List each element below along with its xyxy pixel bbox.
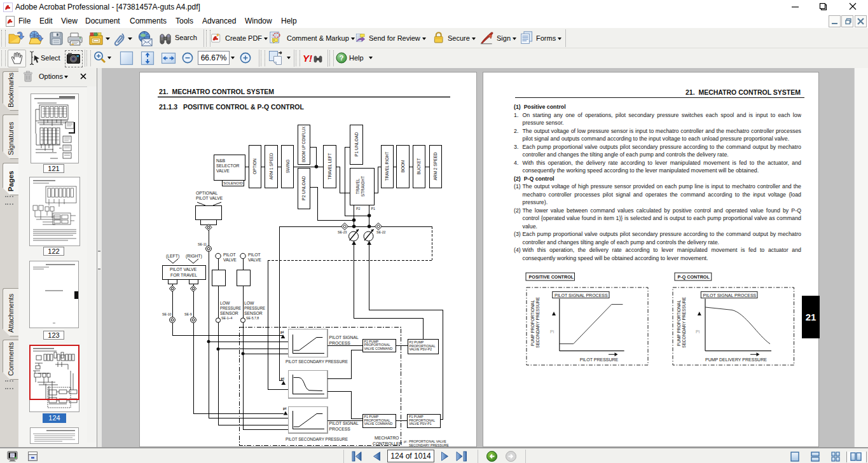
svg-text:SE-1~4: SE-1~4: [221, 316, 233, 320]
svg-text:BOOM UP CONFLUX: BOOM UP CONFLUX: [301, 126, 306, 162]
svg-text:SE-11: SE-11: [198, 242, 207, 246]
svg-text:POSITIVE CONTROL: POSITIVE CONTROL: [529, 274, 574, 280]
svg-text:LOW: LOW: [220, 301, 230, 305]
svg-text:P2: P2: [356, 207, 360, 211]
svg-text:PUMP PROPORTIONAL: PUMP PROPORTIONAL: [530, 300, 535, 346]
svg-text:PILOT VALVE: PILOT VALVE: [196, 196, 223, 200]
svg-text:STRAIGHT: STRAIGHT: [361, 176, 365, 197]
svg-text:TRAVEL: TRAVEL: [355, 178, 360, 194]
svg-text:FOR TRAVEL: FOR TRAVEL: [170, 273, 197, 277]
svg-text:OPTION: OPTION: [252, 158, 257, 174]
svg-text:BUCKET: BUCKET: [417, 158, 421, 174]
svg-text:N&B: N&B: [216, 158, 225, 163]
svg-text:LOW: LOW: [244, 301, 254, 305]
svg-text:SECONDARY PRESSURE: SECONDARY PRESSURE: [409, 443, 449, 446]
svg-text:PROCESS: PROCESS: [329, 341, 351, 345]
svg-text:VALVE COMMAND: VALVE COMMAND: [364, 422, 393, 425]
svg-text:PILOT SIGNAL PROCESS: PILOT SIGNAL PROCESS: [703, 293, 757, 298]
svg-text:SOLENOID: SOLENOID: [223, 181, 244, 185]
svg-text:pi: pi: [280, 330, 284, 334]
svg-text:PROCESS: PROCESS: [329, 427, 351, 431]
svg-text:SENSOR: SENSOR: [220, 311, 238, 315]
svg-text:OPTIONAL: OPTIONAL: [196, 191, 218, 195]
svg-text:Pi: Pi: [696, 329, 700, 334]
svg-text:PRESSURE: PRESSURE: [220, 306, 241, 310]
svg-text:SENSOR: SENSOR: [244, 311, 263, 315]
svg-text:P-Q CONTROL: P-Q CONTROL: [678, 274, 710, 280]
svg-text:PILOT: PILOT: [223, 252, 236, 257]
svg-text:SECONDARY PRESSURE: SECONDARY PRESSURE: [535, 297, 540, 348]
svg-text:P2 UNLOAD: P2 UNLOAD: [301, 176, 306, 200]
svg-text:Pi: Pi: [550, 329, 555, 334]
svg-text:ARM 1 SPEED: ARM 1 SPEED: [269, 153, 273, 179]
svg-text:SE-23: SE-23: [338, 230, 347, 234]
svg-text:SE-9: SE-9: [184, 312, 192, 316]
svg-text:VALVE: VALVE: [248, 258, 261, 262]
svg-text:pi : PROPORTIONAL VALVE: pi : PROPORTIONAL VALVE: [404, 439, 446, 443]
svg-text:(LEFT): (LEFT): [166, 254, 179, 259]
svg-text:PILOT SIGNAL PROCESS: PILOT SIGNAL PROCESS: [555, 293, 608, 298]
svg-text:PILOT SIGNAL: PILOT SIGNAL: [329, 421, 359, 425]
svg-text:PILOT SECONDARY PRESSURE: PILOT SECONDARY PRESSURE: [286, 437, 348, 441]
svg-text:pi: pi: [281, 377, 285, 380]
svg-text:PILOT PRESSURE: PILOT PRESSURE: [580, 357, 619, 362]
svg-text:VALVE PSV-P2: VALVE PSV-P2: [410, 347, 432, 351]
svg-text:?: ?: [340, 54, 344, 62]
svg-text:21.1.3 POSITIVE CONTROL & P-: 21.1.3 POSITIVE CONTROL & P-Q CONTROL: [159, 103, 305, 111]
svg-text:pi: pi: [283, 406, 287, 410]
svg-text:TRAVEL LEFT: TRAVEL LEFT: [327, 153, 332, 179]
svg-text:PILOT SECONDARY PRESSURE: PILOT SECONDARY PRESSURE: [286, 359, 348, 364]
svg-text:PILOT SIGNAL: PILOT SIGNAL: [329, 335, 359, 340]
svg-text:PILOT VALVE: PILOT VALVE: [170, 267, 197, 272]
svg-text:VALVE: VALVE: [216, 169, 230, 173]
svg-text:(RIGHT): (RIGHT): [186, 254, 202, 259]
svg-text:VALVE: VALVE: [223, 258, 237, 262]
svg-text:PUMP DELIVERY PRESSURE: PUMP DELIVERY PRESSURE: [705, 357, 767, 362]
svg-text:SECONDARY PRESSURE: SECONDARY PRESSURE: [682, 297, 686, 348]
svg-text:P1: P1: [371, 207, 375, 211]
svg-text:PUMP PROPORTIONAL: PUMP PROPORTIONAL: [677, 300, 681, 346]
svg-text:VALVE COMMAND: VALVE COMMAND: [364, 347, 393, 350]
svg-text:SE-5,7,8: SE-5,7,8: [246, 316, 259, 320]
svg-text:PRESSURE: PRESSURE: [244, 306, 265, 310]
svg-text:21. MECHATRO CONTROL SYSTEM: 21. MECHATRO CONTROL SYSTEM: [159, 88, 274, 95]
svg-text:SE-22: SE-22: [376, 230, 386, 234]
svg-text:ARM 2 SPEED: ARM 2 SPEED: [433, 152, 437, 180]
svg-text:SE-10: SE-10: [162, 312, 172, 316]
svg-text:CONTROLLER: CONTROLLER: [373, 441, 403, 446]
svg-text:PILOT: PILOT: [248, 252, 261, 257]
svg-text:VALVE PSV-P1: VALVE PSV-P1: [409, 422, 432, 425]
svg-text:MECHATRO: MECHATRO: [375, 436, 399, 440]
svg-text:P1 UNLOAD: P1 UNLOAD: [354, 132, 359, 156]
svg-text:SELECTOR: SELECTOR: [216, 163, 240, 168]
svg-text:BOOM: BOOM: [401, 160, 405, 173]
svg-text:TRAVEL RIGHT: TRAVEL RIGHT: [385, 151, 389, 181]
svg-text:SWING: SWING: [286, 160, 290, 174]
